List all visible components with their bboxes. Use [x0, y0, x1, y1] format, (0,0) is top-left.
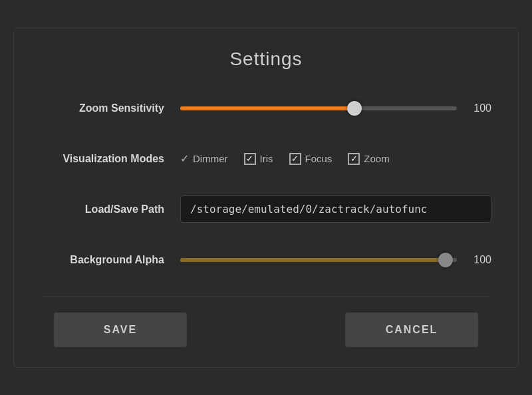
iris-checkmark: ✓: [246, 154, 253, 163]
iris-checkbox[interactable]: ✓: [244, 153, 256, 165]
zoom-sensitivity-content: 100: [180, 102, 491, 114]
load-save-path-label: Load/Save Path: [41, 203, 180, 215]
focus-checkbox[interactable]: ✓: [289, 153, 301, 165]
focus-checkmark: ✓: [291, 154, 299, 163]
visualization-modes-label: Visualization Modes: [41, 153, 180, 165]
background-alpha-thumb[interactable]: [438, 253, 453, 267]
viz-mode-iris[interactable]: ✓ Iris: [244, 153, 273, 165]
dialog-title: Settings: [41, 49, 491, 70]
dimmer-label: Dimmer: [193, 153, 228, 164]
viz-mode-zoom[interactable]: ✓ Zoom: [348, 153, 389, 165]
zoom-sensitivity-thumb[interactable]: [347, 101, 362, 116]
dimmer-check-icon: ✓: [180, 152, 189, 165]
load-save-path-row: Load/Save Path: [41, 195, 491, 224]
zoom-sensitivity-label: Zoom Sensitivity: [41, 102, 180, 114]
viz-mode-focus[interactable]: ✓ Focus: [289, 153, 332, 165]
background-alpha-row: Background Alpha 100: [41, 245, 491, 275]
zoom-sensitivity-slider-container: 100: [180, 102, 491, 114]
viz-mode-dimmer[interactable]: ✓ Dimmer: [180, 152, 228, 165]
load-save-path-input[interactable]: [180, 196, 491, 223]
zoom-sensitivity-fill: [180, 106, 354, 110]
zoom-checkmark: ✓: [350, 154, 358, 163]
background-alpha-fill: [180, 258, 446, 262]
zoom-label: Zoom: [364, 153, 389, 164]
background-alpha-slider-container: 100: [180, 254, 491, 266]
visualization-modes-row: Visualization Modes ✓ Dimmer ✓ Iris: [41, 144, 491, 174]
background-alpha-track[interactable]: [180, 258, 457, 262]
visualization-modes-content: ✓ Dimmer ✓ Iris ✓ Focus: [180, 152, 491, 165]
save-button[interactable]: SAVE: [54, 313, 187, 347]
divider: [41, 296, 491, 297]
background-alpha-value: 100: [467, 254, 491, 266]
load-save-path-content: [180, 196, 491, 223]
focus-label: Focus: [305, 153, 332, 164]
zoom-sensitivity-track[interactable]: [180, 106, 457, 110]
buttons-row: SAVE CANCEL: [41, 313, 491, 347]
iris-label: Iris: [260, 153, 273, 164]
zoom-sensitivity-row: Zoom Sensitivity 100: [41, 94, 491, 123]
cancel-button[interactable]: CANCEL: [345, 313, 478, 347]
zoom-sensitivity-value: 100: [467, 102, 491, 114]
zoom-checkbox[interactable]: ✓: [348, 153, 360, 165]
viz-modes-group: ✓ Dimmer ✓ Iris ✓ Focus: [180, 152, 390, 165]
background-alpha-content: 100: [180, 254, 491, 266]
background-alpha-label: Background Alpha: [41, 254, 180, 266]
settings-dialog: Settings Zoom Sensitivity 100 Visualizat…: [13, 28, 519, 368]
